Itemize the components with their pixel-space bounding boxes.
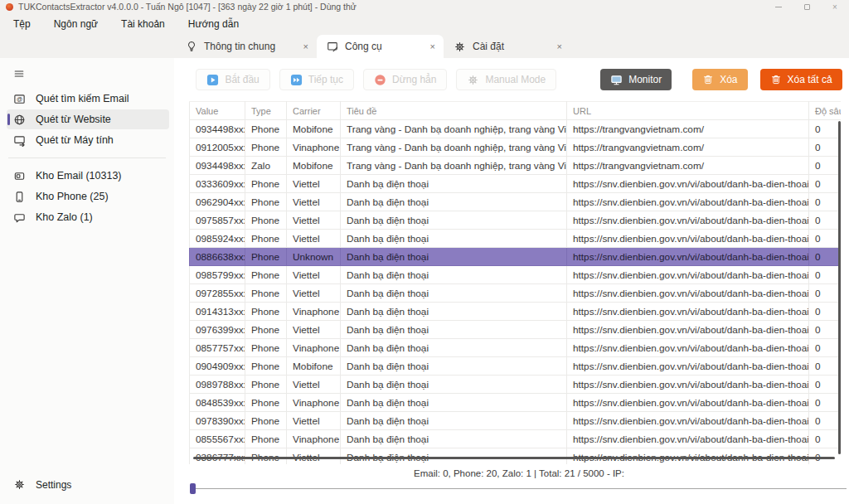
table-cell: Vinaphone <box>287 394 341 412</box>
sidebar-item[interactable]: Kho Zalo (1) <box>7 207 169 227</box>
sim-card-icon <box>13 170 26 182</box>
tab-close-icon[interactable]: × <box>297 41 308 51</box>
svg-text:@: @ <box>17 95 22 101</box>
close-button[interactable]: × <box>821 0 849 13</box>
table-row[interactable]: 0914313xxxPhoneVinaphoneDanh bạ điện tho… <box>190 303 842 321</box>
minimize-button[interactable] <box>764 0 793 13</box>
tab-2[interactable]: Công cụ× <box>317 35 444 58</box>
table-row[interactable]: 0904909xxxPhoneMobifoneDanh bạ điện thoạ… <box>190 357 842 376</box>
menu-item-help[interactable]: Hướng dẫn <box>177 13 250 35</box>
table-row[interactable]: 0972855xxxPhoneViettelDanh bạ điện thoại… <box>190 284 842 303</box>
tab-close-icon[interactable]: × <box>424 41 435 51</box>
table-cell: 0934498xxx <box>190 157 245 175</box>
table-cell: 0904909xxx <box>190 357 245 376</box>
table-row[interactable]: 0978390xxxPhoneViettelDanh bạ điện thoại… <box>190 412 842 430</box>
table-cell: Viettel <box>287 193 341 211</box>
menu-item-language[interactable]: Ngôn ngữ <box>42 13 109 35</box>
table-cell: 0912005xxx <box>190 138 245 157</box>
manual-mode-button[interactable]: Manual Mode <box>456 69 556 90</box>
table-row[interactable]: 0989788xxxPhoneViettelDanh bạ điện thoại… <box>190 376 842 394</box>
table-cell: https://snv.dienbien.gov.vn/vi/about/dan… <box>567 430 809 448</box>
hamburger-menu-button[interactable] <box>0 66 33 81</box>
table-cell: https://snv.dienbien.gov.vn/vi/about/dan… <box>567 303 809 321</box>
title-bar: TUKContactsExtractor v4.0.0.0 - Tuấn Ngô… <box>0 0 849 13</box>
table-cell: https://snv.dienbien.gov.vn/vi/about/dan… <box>567 321 809 339</box>
tab-1[interactable]: Thông tin chung× <box>176 35 317 58</box>
sidebar-item-label: Kho Phone (25) <box>36 191 109 202</box>
menu-item-file[interactable]: Tệp <box>2 13 42 35</box>
table-cell: Viettel <box>287 266 341 284</box>
tab-strip: Thông tin chung×Công cụ× Cài đặt× <box>0 35 849 58</box>
menu-bar: Tệp Ngôn ngữ Tài khoản Hướng dẫn <box>0 13 849 35</box>
table-row[interactable]: 0975857xxxPhoneViettelDanh bạ điện thoại… <box>190 211 842 230</box>
column-header[interactable]: Carrier <box>287 102 341 120</box>
table-row[interactable]: 0934498xxxZaloMobifoneTrang vàng - Danh … <box>190 157 842 175</box>
slider-thumb[interactable] <box>190 483 196 494</box>
stop-icon <box>374 74 386 86</box>
column-header[interactable]: URL <box>567 102 809 120</box>
table-row[interactable]: 0985799xxxPhoneViettelDanh bạ điện thoại… <box>190 266 842 284</box>
minimize-icon <box>775 7 782 7</box>
table-row[interactable]: 0962904xxxPhoneViettelDanh bạ điện thoại… <box>190 193 842 211</box>
horizontal-scrollbar[interactable] <box>193 457 835 459</box>
table-cell: Phone <box>245 394 287 412</box>
sidebar-item[interactable]: Kho Email (10313) <box>7 166 169 186</box>
smartphone-icon <box>13 191 26 203</box>
tab-close-icon[interactable]: × <box>551 41 562 51</box>
table-cell: Phone <box>245 248 287 266</box>
stop-button[interactable]: Dừng hẳn <box>363 69 447 90</box>
table-cell: Danh bạ điện thoại <box>341 230 567 248</box>
table-cell: Danh bạ điện thoại <box>341 266 567 284</box>
table-cell: https://snv.dienbien.gov.vn/vi/about/dan… <box>567 175 809 193</box>
table-row[interactable]: 0934498xxxPhoneMobifoneTrang vàng - Danh… <box>190 120 842 138</box>
slider-track <box>190 488 847 489</box>
column-header[interactable]: Value <box>190 102 245 120</box>
delete-button[interactable]: Xóa <box>692 69 747 90</box>
chat-bubble-icon <box>13 211 26 224</box>
resume-button[interactable]: Tiếp tục <box>279 69 354 90</box>
menu-item-account[interactable]: Tài khoản <box>109 13 177 35</box>
table-row[interactable]: 0855567xxxPhoneVinaphoneDanh bạ điện tho… <box>190 430 842 448</box>
vertical-scrollbar[interactable] <box>838 121 841 454</box>
table-cell: Trang vàng - Danh bạ doanh nghiệp, trang… <box>341 157 567 175</box>
table-row[interactable]: 0985924xxxPhoneViettelDanh bạ điện thoại… <box>190 230 842 248</box>
table-row[interactable]: 0857757xxxPhoneVinaphoneDanh bạ điện tho… <box>190 339 842 357</box>
toolbar: Bắt đầu Tiếp tục Dừng hẳn Manual Mode Mo… <box>189 58 849 101</box>
column-header[interactable]: Độ sâu <box>809 102 842 120</box>
monitor-button[interactable]: Monitor <box>600 69 672 90</box>
table-row[interactable]: 0886638xxxPhoneUnknownDanh bạ điện thoại… <box>190 248 842 266</box>
column-header[interactable]: Tiêu đề <box>341 102 567 120</box>
table-cell: https://trangvangvietnam.com/ <box>567 120 809 138</box>
table-row[interactable]: 0912005xxxPhoneVinaphoneTrang vàng - Dan… <box>190 138 842 157</box>
computer-export-icon <box>13 134 26 147</box>
table-cell: Viettel <box>287 412 341 430</box>
sidebar-item-settings[interactable]: Settings <box>0 478 174 491</box>
sidebar-item[interactable]: Quét từ Máy tính <box>7 130 169 150</box>
progress-slider[interactable] <box>190 483 848 495</box>
sidebar-item[interactable]: Quét từ Website <box>7 109 169 129</box>
table-cell: Unknown <box>287 248 341 266</box>
sidebar-item[interactable]: Kho Phone (25) <box>7 187 169 206</box>
table-cell: https://snv.dienbien.gov.vn/vi/about/dan… <box>567 357 809 376</box>
maximize-button[interactable] <box>793 0 821 13</box>
delete-all-button[interactable]: Xóa tất cả <box>760 69 842 90</box>
table-cell: Phone <box>245 357 287 376</box>
table-cell: 0 <box>809 430 842 448</box>
table-row[interactable]: 0333609xxxPhoneViettelDanh bạ điện thoại… <box>190 175 842 193</box>
table-row[interactable]: 0848539xxxPhoneVinaphoneDanh bạ điện tho… <box>190 394 842 412</box>
tab-3[interactable]: Cài đặt× <box>444 35 570 58</box>
table-cell: Phone <box>245 321 287 339</box>
table-cell: Viettel <box>287 211 341 230</box>
table-cell: Danh bạ điện thoại <box>341 303 567 321</box>
status-summary: Email: 0, Phone: 20, Zalo: 1 | Total: 21… <box>414 468 624 478</box>
table-cell: Vinaphone <box>287 138 341 157</box>
column-header[interactable]: Type <box>245 102 287 120</box>
table-cell: https://snv.dienbien.gov.vn/vi/about/dan… <box>567 230 809 248</box>
table-cell: Viettel <box>287 175 341 193</box>
table-cell: Viettel <box>287 284 341 303</box>
table-cell: 0848539xxx <box>190 394 245 412</box>
start-button[interactable]: Bắt đầu <box>196 69 269 90</box>
table-cell: Phone <box>245 284 287 303</box>
sidebar-item[interactable]: @Quét tìm kiếm Email <box>7 89 169 109</box>
table-row[interactable]: 0976399xxxPhoneViettelDanh bạ điện thoại… <box>190 321 842 339</box>
